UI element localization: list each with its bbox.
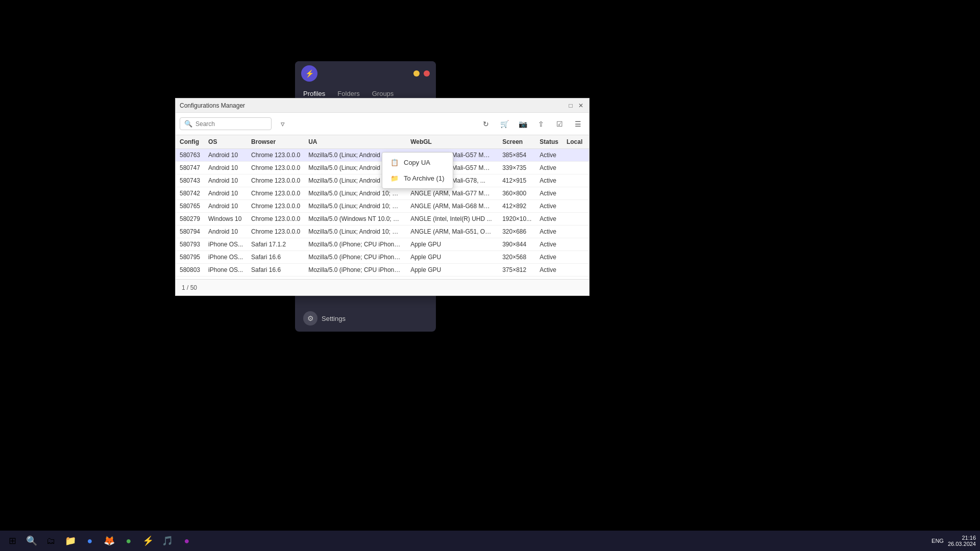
table-row[interactable]: 580803iPhone OS...Safari 16.6Mozilla/5.0… <box>176 264 589 277</box>
cell-screen: 390×844 <box>498 238 535 251</box>
cell-re: - <box>586 264 589 277</box>
cell-os: Android 10 <box>204 174 247 187</box>
cell-local <box>562 200 586 213</box>
taskbar: ⊞ 🔍 🗂 📁 ● 🦊 ● ⚡ 🎵 ● ENG 21:16 26.03.2024 <box>0 531 980 551</box>
col-screen[interactable]: Screen <box>498 135 535 149</box>
cell-ua: Mozilla/5.0 (iPhone; CPU iPhone OS 16_7_… <box>304 264 406 277</box>
bg-window-bottom: ⚙ Settings Account <box>295 305 436 332</box>
check-btn[interactable]: ☑ <box>552 117 567 131</box>
cell-os: Android 10 <box>204 187 247 200</box>
context-archive-label: To Archive (1) <box>404 174 444 182</box>
start-button[interactable]: ⊞ <box>4 533 20 549</box>
cell-browser: Chrome 123.0.0.0 <box>247 213 304 226</box>
task-view-btn[interactable]: 🗂 <box>43 533 59 549</box>
col-local[interactable]: Local <box>562 135 586 149</box>
cell-browser: Safari 16.6 <box>247 251 304 264</box>
cell-config: 580793 <box>176 238 204 251</box>
context-archive[interactable]: 📁 To Archive (1) <box>382 170 453 186</box>
firefox-btn[interactable]: 🦊 <box>101 533 117 549</box>
col-status[interactable]: Status <box>535 135 562 149</box>
col-os[interactable]: OS <box>204 135 247 149</box>
context-copy-ua[interactable]: 📋 Copy UA <box>382 155 453 170</box>
cell-os: Android 10 <box>204 162 247 174</box>
table-row[interactable]: 580279Windows 10Chrome 123.0.0.0Mozilla/… <box>176 213 589 226</box>
cell-browser: Chrome 123.0.0.0 <box>247 174 304 187</box>
cell-browser: Chrome 123.0.0.0 <box>247 200 304 213</box>
cell-re: - <box>586 226 589 238</box>
cell-local <box>562 251 586 264</box>
col-re[interactable]: Re... <box>586 135 589 149</box>
table-row[interactable]: 580795iPhone OS...Safari 16.6Mozilla/5.0… <box>176 251 589 264</box>
cell-local <box>562 264 586 277</box>
columns-btn[interactable]: ☰ <box>571 117 585 131</box>
cell-ua: Mozilla/5.0 (iPhone; CPU iPhone OS 16_7_… <box>304 251 406 264</box>
table-row[interactable]: 580765Android 10Chrome 123.0.0.0Mozilla/… <box>176 200 589 213</box>
cell-local <box>562 226 586 238</box>
table-row[interactable]: 580742Android 10Chrome 123.0.0.0Mozilla/… <box>176 187 589 200</box>
cell-ua: Mozilla/5.0 (Linux; Android 10; K) Apple… <box>304 226 406 238</box>
window-controls <box>413 70 430 77</box>
config-manager-window: Configurations Manager □ ✕ 🔍 ▿ ↻ 🛒 📷 ⇪ ☑… <box>175 98 590 296</box>
cell-config: 580279 <box>176 213 204 226</box>
cell-ua: Mozilla/5.0 (iPhone; CPU iPhone OS 17_1_… <box>304 238 406 251</box>
spotify-btn[interactable]: 🎵 <box>159 533 176 549</box>
cell-screen: 1920×10... <box>498 213 535 226</box>
cell-re: - <box>586 251 589 264</box>
close-btn[interactable] <box>424 70 430 77</box>
cell-re: - <box>586 200 589 213</box>
maximize-btn[interactable]: □ <box>567 102 575 110</box>
cell-status: Active <box>535 251 562 264</box>
chrome2-btn[interactable]: ● <box>120 533 137 549</box>
context-menu: 📋 Copy UA 📁 To Archive (1) <box>382 152 453 189</box>
camera-btn[interactable]: 📷 <box>516 117 530 131</box>
cell-re: - <box>586 238 589 251</box>
settings-item[interactable]: ⚙ Settings <box>295 305 436 332</box>
search-taskbar-btn[interactable]: 🔍 <box>23 533 40 549</box>
search-input[interactable] <box>195 120 257 128</box>
archive-icon: 📁 <box>390 174 399 182</box>
search-icon: 🔍 <box>184 120 192 128</box>
config-close-btn[interactable]: ✕ <box>577 102 585 110</box>
minimize-btn[interactable] <box>413 70 420 77</box>
cell-re: - <box>586 187 589 200</box>
settings-label: Settings <box>322 315 346 322</box>
cell-screen: 412×892 <box>498 200 535 213</box>
col-ua[interactable]: UA <box>304 135 406 149</box>
cell-status: Active <box>535 174 562 187</box>
config-footer: 1 / 50 <box>176 279 589 295</box>
chrome-btn[interactable]: ● <box>82 533 98 549</box>
explorer-btn[interactable]: 📁 <box>62 533 79 549</box>
cell-os: iPhone OS... <box>204 251 247 264</box>
cell-status: Active <box>535 213 562 226</box>
telegram-btn[interactable]: ⚡ <box>140 533 156 549</box>
cell-screen: 320×686 <box>498 226 535 238</box>
refresh-btn[interactable]: ↻ <box>479 117 493 131</box>
config-window-title: Configurations Manager <box>180 102 565 109</box>
cell-screen: 375×812 <box>498 264 535 277</box>
cell-screen: 412×915 <box>498 174 535 187</box>
cell-webgl: ANGLE (ARM, Mali-G68 MC4, ... <box>406 200 498 213</box>
cell-os: iPhone OS... <box>204 238 247 251</box>
cell-status: Active <box>535 238 562 251</box>
col-config[interactable]: Config <box>176 135 204 149</box>
search-wrapper: 🔍 <box>180 117 272 130</box>
upload-btn[interactable]: ⇪ <box>534 117 548 131</box>
cell-local <box>562 174 586 187</box>
table-row[interactable]: 580793iPhone OS...Safari 17.1.2Mozilla/5… <box>176 238 589 251</box>
cell-webgl: ANGLE (ARM, Mali-G51, Open... <box>406 226 498 238</box>
cell-browser: Chrome 123.0.0.0 <box>247 149 304 162</box>
cell-status: Active <box>535 200 562 213</box>
profiles-window-header: ⚡ <box>295 61 436 86</box>
app-btn[interactable]: ● <box>179 533 195 549</box>
col-webgl[interactable]: WebGL <box>406 135 498 149</box>
cell-re: - <box>586 213 589 226</box>
cell-browser: Safari 17.1.2 <box>247 238 304 251</box>
cell-os: Windows 10 <box>204 213 247 226</box>
filter-btn[interactable]: ▿ <box>276 117 290 131</box>
col-browser[interactable]: Browser <box>247 135 304 149</box>
cell-local <box>562 213 586 226</box>
taskbar-date: 26.03.2024 <box>948 541 976 547</box>
cell-os: iPhone OS... <box>204 264 247 277</box>
cart-btn[interactable]: 🛒 <box>497 117 511 131</box>
table-row[interactable]: 580794Android 10Chrome 123.0.0.0Mozilla/… <box>176 226 589 238</box>
